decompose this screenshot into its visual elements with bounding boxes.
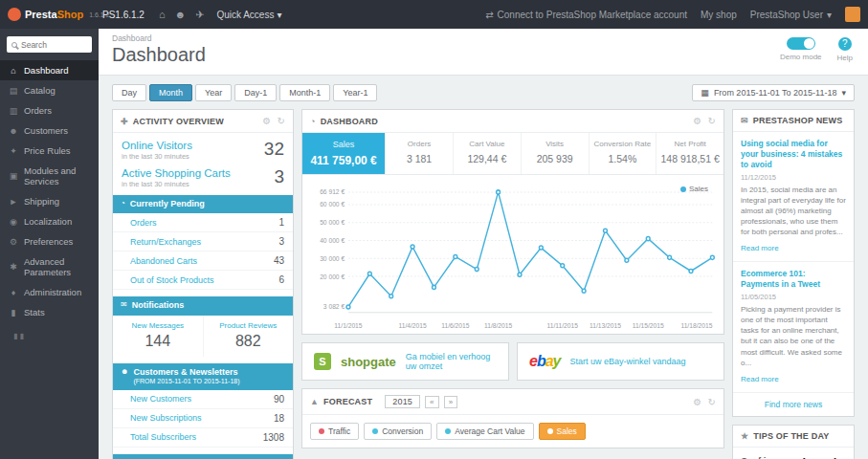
calendar-icon: ▦ — [701, 88, 709, 98]
kpi-visits[interactable]: Visits205 939 — [522, 133, 590, 174]
search-input[interactable] — [21, 40, 87, 50]
customers-icon: ☻ — [9, 126, 18, 136]
kpi-sales[interactable]: Sales411 759,00 € — [302, 133, 386, 174]
date-filter-bar: Day Month Year Day-1 Month-1 Year-1 ▦ Fr… — [99, 76, 868, 107]
news-date: 11/05/2015 — [741, 293, 846, 301]
kpi-conversion-rate[interactable]: Conversion Rate1.54% — [590, 133, 657, 174]
pulse-icon: ✚ — [121, 117, 128, 126]
sidebar-item-modules[interactable]: ▣Modules and Services — [0, 161, 99, 191]
forecast-year-select[interactable]: 2015 — [385, 395, 420, 408]
news-headline-link[interactable]: Ecommerce 101: Payments in a Tweet — [741, 269, 846, 290]
find-more-news-link[interactable]: Find more news — [733, 393, 854, 416]
help-icon[interactable]: ? — [838, 37, 852, 51]
gear-icon[interactable]: ⚙ — [693, 397, 701, 407]
read-more-link[interactable]: Read more — [741, 244, 779, 252]
breadcrumb[interactable]: Dashboard — [112, 33, 855, 43]
sidebar-item-shipping[interactable]: ►Shipping — [0, 191, 99, 211]
svg-text:11/18/2015: 11/18/2015 — [680, 322, 712, 329]
shopgate-cta-link[interactable]: Ga mobiel en verhoog uw omzet — [406, 352, 497, 371]
prestashop-logo[interactable]: PrestaShop 1.6.1.2 — [0, 8, 99, 21]
read-more-link[interactable]: Read more — [741, 375, 779, 383]
sidebar-item-dashboard[interactable]: ⌂Dashboard — [0, 60, 99, 80]
sidebar-item-orders[interactable]: ▥Orders — [0, 100, 99, 120]
svg-text:3 082 €: 3 082 € — [323, 303, 345, 310]
gear-icon[interactable]: ⚙ — [693, 116, 701, 126]
online-visitors-link[interactable]: Online Visitors — [122, 140, 192, 151]
traffic-header: ▲ Traffic(FROM 2015-11-01 TO 2015-11-18) — [113, 454, 293, 459]
caret-down-icon: ▾ — [841, 88, 846, 98]
average-cart-value-dot-icon — [445, 428, 451, 434]
sidebar: ⌂Dashboard ▤Catalog ▥Orders ☻Customers ✦… — [0, 29, 99, 459]
ebay-cta-link[interactable]: Start uw eBay-winkel vandaag — [570, 357, 686, 366]
demo-mode-toggle[interactable] — [787, 37, 815, 50]
sidebar-item-localization[interactable]: ◉Localization — [0, 211, 99, 231]
filter-day-button[interactable]: Day — [112, 84, 146, 101]
gear-icon[interactable]: ⚙ — [262, 116, 271, 126]
gauge-icon: ◔ — [310, 117, 316, 126]
plane-icon[interactable]: ✈ — [195, 9, 204, 21]
shopgate-banner: S shopgate Ga mobiel en verhoog uw omzet — [301, 342, 509, 381]
sidebar-item-preferences[interactable]: ⚙Preferences — [0, 231, 99, 251]
collapse-menu-button[interactable]: ▮▮ — [0, 322, 99, 340]
forecast-tabs: Traffic Conversion Average Cart Value Sa… — [302, 415, 723, 448]
date-range-button[interactable]: ▦ From 2015-11-01 To 2015-11-18 ▾ — [692, 84, 855, 101]
sales-chart-container: Sales 66 912 €60 000 €50 000 €40 000 €30… — [302, 175, 723, 334]
filter-month-1-button[interactable]: Month-1 — [279, 84, 330, 101]
svg-text:66 912 €: 66 912 € — [320, 188, 345, 195]
sidebar-item-stats[interactable]: ▮Stats — [0, 302, 99, 322]
dashboard-panel: ◔ Dashboard ⚙ ↻ Sales411 759,00 € Orders… — [301, 109, 724, 335]
forecast-tab-traffic[interactable]: Traffic — [310, 423, 359, 440]
active-carts-link[interactable]: Active Shopping Carts — [122, 167, 231, 179]
forecast-panel-title: Forecast — [323, 397, 372, 406]
online-visitors-metric: Online Visitors in the last 30 minutes 3… — [113, 133, 293, 161]
online-visitors-value: 32 — [264, 140, 284, 158]
forecast-tab-sales[interactable]: Sales — [539, 423, 586, 440]
avatar[interactable] — [845, 7, 860, 22]
sidebar-item-catalog[interactable]: ▤Catalog — [0, 80, 99, 100]
refresh-icon[interactable]: ↻ — [277, 116, 285, 126]
refresh-icon[interactable]: ↻ — [707, 116, 716, 126]
new-messages-cell: New Messages 144 — [113, 316, 204, 357]
activity-panel-title: Activity overview — [133, 117, 224, 126]
sales-dot-icon — [547, 428, 553, 434]
forecast-panel: ▲ Forecast 2015 « » ⚙ ↻ Traffic Conversi… — [301, 388, 724, 448]
dashboard-panel-title: Dashboard — [321, 117, 378, 126]
refresh-icon[interactable]: ↻ — [707, 397, 716, 407]
filter-month-button[interactable]: Month — [149, 84, 192, 101]
quick-access-menu[interactable]: Quick Access ▾ — [216, 10, 281, 20]
sidebar-item-administration[interactable]: ♦Administration — [0, 282, 99, 302]
my-shop-link[interactable]: My shop — [701, 10, 737, 20]
sidebar-search — [7, 36, 92, 53]
kpi-net-profit[interactable]: Net Profit148 918,51 € — [657, 133, 723, 174]
customers-row-total-subscribers: Total Subscribers1308 — [113, 428, 293, 448]
filter-year-button[interactable]: Year — [195, 84, 232, 101]
active-carts-metric: Active Shopping Carts in the last 30 min… — [113, 161, 293, 188]
forecast-tab-conversion[interactable]: Conversion — [364, 423, 432, 440]
mail-icon: ✉ — [121, 300, 127, 310]
forecast-tab-average-cart-value[interactable]: Average Cart Value — [436, 423, 533, 440]
sidebar-item-advanced-parameters[interactable]: ✱Advanced Parameters — [0, 251, 99, 282]
svg-text:11/6/2015: 11/6/2015 — [441, 322, 469, 329]
filter-day-1-button[interactable]: Day-1 — [234, 84, 277, 101]
shipping-icon: ► — [9, 197, 18, 207]
marketplace-link[interactable]: ⇄ Connect to PrestaShop Marketplace acco… — [485, 10, 687, 20]
conversion-dot-icon — [372, 428, 378, 434]
kpi-cart-value[interactable]: Cart Value129,44 € — [454, 133, 522, 174]
topbar: PrestaShop 1.6.1.2 PS1.6.1.2 ⌂ ☻ ✈ Quick… — [0, 0, 868, 29]
shop-icon[interactable]: ⌂ — [159, 9, 166, 20]
filter-year-1-button[interactable]: Year-1 — [333, 84, 377, 101]
help-label: Help — [837, 54, 853, 62]
prestashop-news-panel: ✉ PrestaShop News Using social media for… — [732, 109, 855, 417]
search-icon — [11, 42, 17, 48]
ingenico-logo: ingenico Payment services — [792, 455, 850, 459]
kpi-orders[interactable]: Orders3 181 — [386, 133, 454, 174]
news-headline-link[interactable]: Using social media for your business: 4 … — [741, 139, 846, 170]
forecast-next-button[interactable]: » — [444, 396, 458, 408]
person-icon[interactable]: ☻ — [175, 9, 187, 20]
active-carts-value: 3 — [274, 167, 284, 186]
user-menu[interactable]: PrestaShop User ▾ — [750, 10, 832, 20]
brand-text: Presta — [25, 9, 57, 20]
forecast-prev-button[interactable]: « — [425, 396, 439, 408]
sidebar-item-customers[interactable]: ☻Customers — [0, 120, 99, 141]
sidebar-item-price-rules[interactable]: ✦Price Rules — [0, 141, 99, 161]
